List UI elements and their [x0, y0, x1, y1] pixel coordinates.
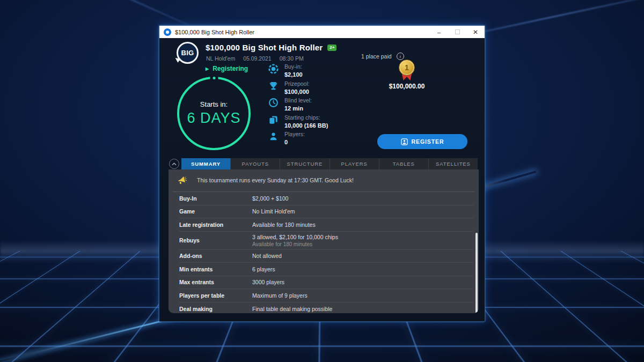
table-row-add-ons: Add-ons Not allowed — [179, 250, 473, 263]
register-button[interactable]: REGISTER — [377, 134, 467, 149]
row-value: Maximum of 9 players — [252, 292, 473, 299]
stat-blind-level: Blind level: 12 min — [268, 97, 373, 114]
first-place-medal-icon: 1 — [399, 60, 415, 76]
tournament-stats: Buy-in: $2,100 Prizepool: $100,000 — [268, 63, 373, 148]
row-note: Available for 180 minutes — [252, 241, 473, 247]
stat-value: $2,100 — [284, 71, 303, 78]
tournament-date: 05.09.2021 — [243, 55, 272, 62]
chips-stack-icon — [268, 115, 279, 125]
megaphone-icon — [177, 175, 187, 185]
clock-icon — [268, 98, 279, 108]
maximize-button[interactable] — [448, 26, 466, 38]
tournament-title: $100,000 Big Shot High Roller — [206, 43, 323, 52]
tab-bar: SUMMARY PAYOUTS STRUCTURE PLAYERS TABLES… — [181, 158, 478, 169]
table-row-late-registration: Late registration Available for 180 minu… — [179, 218, 473, 232]
game-type: NL Hold'em — [206, 55, 235, 62]
table-row-min-entrants: Min entrants 6 players — [179, 263, 473, 276]
places-paid: 1 place paid i — [361, 53, 404, 60]
summary-panel: This tournament runs every Sunday at 17:… — [169, 169, 479, 313]
row-value: 3 allowed, $2,100 for 10,000 chips — [252, 234, 473, 240]
registration-status-label: Registering — [213, 65, 248, 72]
row-value: Not allowed — [252, 253, 473, 259]
table-row-players-per-table: Players per table Maximum of 9 players — [179, 289, 473, 302]
row-label: Buy-In — [179, 195, 252, 202]
row-label: Add-ons — [179, 253, 252, 259]
announcement: This tournament runs every Sunday at 17:… — [169, 169, 479, 190]
chevron-up-icon — [172, 162, 177, 166]
maximize-icon — [455, 29, 460, 34]
close-button[interactable]: ✕ — [466, 26, 485, 38]
window-titlebar: $100,000 Big Shot High Roller – ✕ — [159, 26, 485, 38]
minimize-button[interactable]: – — [430, 26, 448, 38]
places-paid-label: 1 place paid — [361, 53, 392, 60]
payout-block: 1 $100,000.00 — [377, 60, 436, 90]
row-label: Min entrants — [179, 266, 252, 272]
table-row-max-entrants: Max entrants 3000 players — [179, 276, 473, 290]
table-row-buy-in: Buy-In $2,000 + $100 — [179, 192, 473, 205]
stat-prizepool: Prizepool: $100,000 — [268, 80, 373, 98]
tab-summary[interactable]: SUMMARY — [181, 158, 230, 169]
stat-label: Buy-in: — [284, 63, 303, 70]
stat-label: Players: — [284, 131, 305, 137]
stat-players: Players: 0 — [268, 131, 373, 148]
collapse-panel-button[interactable] — [169, 159, 179, 169]
row-value: No Limit Hold'em — [252, 208, 473, 215]
row-label: Deal making — [179, 306, 252, 312]
tab-structure[interactable]: STRUCTURE — [280, 158, 329, 169]
row-label: Game — [179, 208, 252, 215]
row-value: 6 players — [252, 266, 473, 272]
stat-value: $100,000 — [284, 88, 310, 95]
countdown-ring: Starts in: 6 DAYS — [177, 77, 251, 150]
row-value: Final table deal making possible — [252, 306, 473, 312]
row-label: Late registration — [179, 221, 252, 228]
row-value: 3000 players — [252, 279, 473, 285]
table-row-game: Game No Limit Hold'em — [179, 205, 473, 219]
row-value: Available for 180 minutes — [252, 221, 473, 228]
first-place-amount: $100,000.00 — [377, 83, 436, 90]
player-icon — [268, 131, 279, 142]
register-button-label: REGISTER — [412, 138, 444, 145]
tab-payouts[interactable]: PAYOUTS — [230, 158, 280, 169]
announcement-text: This tournament runs every Sunday at 17:… — [197, 177, 354, 183]
stat-value: 10,000 (166 BB) — [284, 122, 328, 129]
play-marker-icon: ▶ — [206, 67, 209, 71]
tab-players[interactable]: PLAYERS — [330, 158, 379, 169]
tournament-badge: 2+ — [327, 45, 336, 51]
app-icon — [164, 28, 171, 36]
stat-value: 12 min — [284, 105, 312, 112]
stat-value: 0 — [284, 139, 305, 145]
stat-label: Starting chips: — [284, 114, 328, 121]
panel-scrollbar[interactable] — [475, 233, 478, 313]
tab-satellites[interactable]: SATELLITES — [428, 158, 478, 169]
tournament-window: $100,000 Big Shot High Roller – ✕ BIG $1… — [159, 25, 485, 322]
countdown-label: Starts in: — [200, 100, 228, 108]
window-title: $100,000 Big Shot High Roller — [175, 29, 430, 35]
tournament-title-row: $100,000 Big Shot High Roller 2+ — [206, 43, 336, 52]
window-content: BIG $100,000 Big Shot High Roller 2+ NL … — [159, 38, 485, 321]
tournament-logo: BIG — [177, 42, 199, 64]
row-label: Rebuys — [179, 237, 252, 243]
info-icon[interactable]: i — [397, 53, 404, 60]
register-person-icon — [401, 138, 408, 145]
table-row-rebuys: Rebuys 3 allowed, $2,100 for 10,000 chip… — [179, 232, 473, 250]
stat-buy-in: Buy-in: $2,100 — [268, 63, 373, 80]
summary-table: Buy-In $2,000 + $100 Game No Limit Hold'… — [179, 192, 473, 313]
stat-label: Blind level: — [284, 97, 312, 104]
stat-label: Prizepool: — [284, 80, 310, 87]
row-label: Max entrants — [179, 279, 252, 285]
trophy-icon — [268, 81, 279, 91]
chip-icon — [268, 64, 279, 74]
tournament-subline: NL Hold'em 05.09.2021 08:30 PM — [206, 55, 304, 62]
countdown-value: 6 DAYS — [187, 110, 240, 127]
row-label: Players per table — [179, 292, 252, 299]
registration-status: ▶ Registering — [206, 65, 248, 72]
stat-starting-chips: Starting chips: 10,000 (166 BB) — [268, 114, 373, 131]
table-row-deal-making: Deal making Final table deal making poss… — [179, 302, 473, 314]
row-value: $2,000 + $100 — [252, 195, 473, 202]
tab-tables[interactable]: TABLES — [379, 158, 428, 169]
tournament-time: 08:30 PM — [280, 55, 304, 62]
